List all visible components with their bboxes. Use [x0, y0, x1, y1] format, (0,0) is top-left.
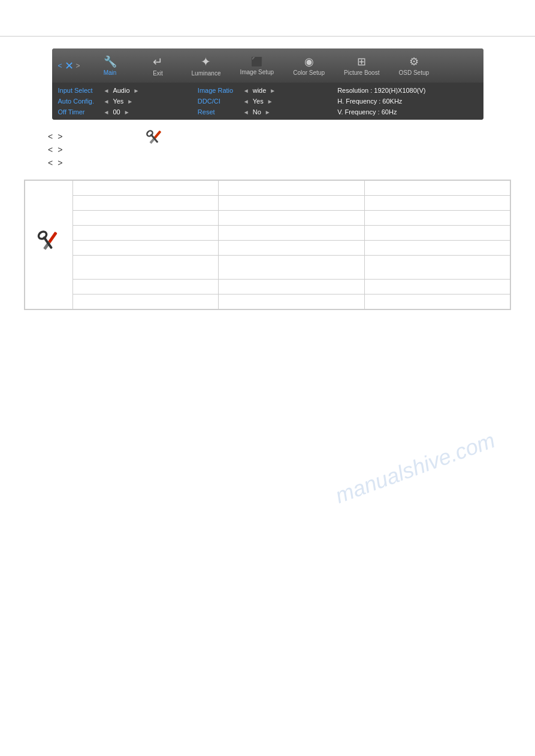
image-setup-tab-icon: ⬛: [251, 56, 263, 68]
osd-cell-image-ratio: Image Ratio ◄ wide ►: [198, 87, 337, 94]
osd-cell-auto-config: Auto Config. ◄ Yes ►: [58, 98, 198, 105]
tab-image-setup-label: Image Setup: [240, 69, 274, 75]
tab-osd-setup-label: OSD Setup: [398, 69, 429, 76]
table-row: [25, 241, 510, 256]
nav-row-1: < >: [48, 132, 535, 141]
tab-image-setup[interactable]: ⬛ Image Setup: [230, 54, 283, 78]
table-cell: [219, 280, 364, 294]
table-row: [25, 211, 510, 226]
osd-cell-resolution: Resolution : 1920(H)X1080(V): [337, 87, 477, 94]
tab-color-setup-label: Color Setup: [293, 69, 325, 76]
reset-arrow-left[interactable]: ◄: [243, 109, 249, 116]
tab-osd-setup[interactable]: ⚙ OSD Setup: [389, 53, 439, 78]
osd-nav-next[interactable]: >: [76, 62, 80, 70]
nav-left-1[interactable]: <: [48, 132, 53, 141]
h-frequency-text: H. Frequency : 60KHz: [337, 98, 402, 105]
input-select-arrow-right[interactable]: ►: [134, 87, 140, 94]
exit-tab-icon: ↵: [153, 54, 163, 69]
table-cell: [364, 181, 510, 196]
nav-left-2[interactable]: <: [48, 145, 53, 154]
osd-cell-input-select: Input Select ◄ Audio ►: [58, 87, 198, 94]
table-cell: [364, 280, 510, 294]
input-select-value: Audio: [113, 87, 129, 94]
table-row: [25, 294, 510, 309]
table-cell: [73, 256, 219, 280]
osd-nav-arrows: < ✕ >: [58, 59, 80, 72]
table-row: [25, 226, 510, 241]
tab-main-label: Main: [104, 69, 117, 76]
image-ratio-value: wide: [253, 87, 267, 94]
osd-cell-h-freq: H. Frequency : 60KHz: [337, 98, 477, 105]
watermark: manualshive.com: [332, 427, 498, 508]
table-cell: [219, 196, 364, 211]
nav-row-2: < >: [48, 145, 535, 154]
input-select-label: Input Select: [58, 87, 100, 94]
osd-body: Input Select ◄ Audio ► Image Ratio ◄ wid…: [52, 83, 483, 120]
main-tab-icon: 🔧: [104, 55, 117, 68]
instructions-section: < > < > < >: [48, 132, 535, 168]
table-cell: [364, 241, 510, 256]
nav-row-3: < >: [48, 158, 535, 168]
auto-config-label: Auto Config.: [58, 98, 100, 105]
off-timer-label: Off Timer: [58, 108, 100, 116]
table-icon-cell: [25, 181, 73, 309]
tools-large-icon: [34, 229, 64, 259]
color-setup-tab-icon: ◉: [304, 55, 314, 68]
ddcci-value: Yes: [253, 98, 264, 105]
osd-row-1: Input Select ◄ Audio ► Image Ratio ◄ wid…: [52, 85, 483, 96]
table-cell: [73, 211, 219, 226]
image-ratio-arrow-left[interactable]: ◄: [243, 87, 249, 94]
tab-exit-label: Exit: [153, 70, 163, 77]
input-select-arrow-left[interactable]: ◄: [104, 87, 110, 94]
feature-table: [24, 180, 511, 310]
tools-icon-instructions: [144, 129, 165, 154]
tab-luminance-label: Luminance: [192, 70, 221, 77]
top-divider: [0, 36, 535, 37]
tab-luminance[interactable]: ✦ Luminance: [182, 52, 231, 79]
table-cell: [364, 196, 510, 211]
osd-nav-prev[interactable]: <: [58, 62, 62, 70]
osd-cell-v-freq: V. Frequency : 60Hz: [337, 108, 477, 116]
table-cell: [73, 181, 219, 196]
off-timer-arrow-left[interactable]: ◄: [104, 109, 110, 116]
auto-config-arrow-left[interactable]: ◄: [104, 98, 110, 105]
picture-boost-tab-icon: ⊞: [357, 55, 366, 68]
table-row: [25, 181, 510, 196]
table-cell: [364, 294, 510, 309]
table-cell: [73, 226, 219, 241]
tab-exit[interactable]: ↵ Exit: [134, 52, 182, 79]
table-cell: [219, 256, 364, 280]
table-row: [25, 256, 510, 280]
tab-color-setup[interactable]: ◉ Color Setup: [283, 53, 334, 78]
auto-config-arrow-right[interactable]: ►: [127, 98, 133, 105]
table-row: [25, 196, 510, 211]
nav-right-3[interactable]: >: [58, 158, 62, 168]
table-cell: [219, 181, 364, 196]
osd-cell-ddcci: DDC/CI ◄ Yes ►: [198, 98, 337, 105]
osd-row-3: Off Timer ◄ 00 ► Reset ◄ No ► V. Frequen…: [52, 107, 483, 117]
nav-right-2[interactable]: >: [58, 145, 62, 154]
image-ratio-arrow-right[interactable]: ►: [270, 87, 276, 94]
resolution-text: Resolution : 1920(H)X1080(V): [337, 87, 425, 94]
table-cell: [73, 294, 219, 309]
tools-svg-icon: [144, 129, 165, 150]
image-ratio-label: Image Ratio: [198, 87, 240, 94]
ddcci-arrow-right[interactable]: ►: [267, 98, 273, 105]
reset-arrow-right[interactable]: ►: [265, 109, 271, 116]
ddcci-label: DDC/CI: [198, 98, 240, 105]
off-timer-value: 00: [113, 108, 120, 116]
ddcci-arrow-left[interactable]: ◄: [243, 98, 249, 105]
table-row: [25, 280, 510, 294]
nav-left-3[interactable]: <: [48, 158, 53, 168]
tab-main[interactable]: 🔧 Main: [86, 53, 134, 78]
osd-cell-reset: Reset ◄ No ►: [198, 108, 337, 116]
osd-setup-tab-icon: ⚙: [409, 55, 419, 68]
reset-value: No: [253, 108, 261, 116]
table-cell: [219, 241, 364, 256]
off-timer-arrow-right[interactable]: ►: [124, 109, 130, 116]
osd-main-icon: ✕: [65, 59, 74, 72]
nav-right-1[interactable]: >: [58, 132, 62, 141]
table-cell: [73, 241, 219, 256]
table-cell: [73, 196, 219, 211]
tab-picture-boost[interactable]: ⊞ Picture Boost: [334, 53, 389, 78]
